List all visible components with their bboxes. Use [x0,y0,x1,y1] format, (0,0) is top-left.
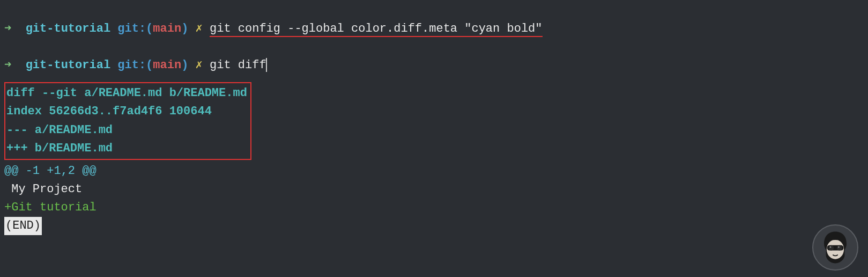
diff-meta-line: index 56266d3..f7ad4f6 100644 [6,103,247,121]
pager-end-marker: (END) [4,217,42,235]
svg-point-3 [837,245,842,251]
svg-point-2 [828,245,834,251]
prompt-branch: main [153,22,181,35]
command-1: git config --global color.diff.meta "cya… [210,22,543,37]
avatar-icon [817,229,854,266]
diff-meta-line: --- a/README.md [6,121,247,140]
prompt-git-label: git:( [110,22,153,35]
diff-hunk-header: @@ -1 +1,2 @@ [4,162,864,180]
prompt-dirty-icon: ✗ [188,22,210,35]
avatar-watermark [812,224,858,271]
pager-end-line: (END) [4,217,864,235]
diff-meta-line: diff --git a/README.md b/README.md [6,84,247,103]
text-cursor [266,58,267,72]
prompt-line-2[interactable]: ➜ git-tutorial git:(main) ✗ git diff [4,38,864,75]
prompt-git-close: ) [181,22,188,35]
prompt-directory: git-tutorial [26,59,110,72]
prompt-git-label: git:( [110,59,153,72]
prompt-git-close: ) [181,59,188,72]
command-2: git diff [210,59,266,72]
svg-point-4 [830,246,832,248]
prompt-arrow-icon: ➜ [4,59,26,72]
svg-point-5 [838,246,840,248]
diff-meta-line: +++ b/README.md [6,140,247,158]
diff-context-line: My Project [4,180,864,199]
prompt-dirty-icon: ✗ [188,59,210,72]
diff-added-line: +Git tutorial [4,199,864,217]
prompt-arrow-icon: ➜ [4,22,26,35]
prompt-branch: main [153,59,181,72]
prompt-line-1: ➜ git-tutorial git:(main) ✗ git config -… [4,2,864,38]
prompt-directory: git-tutorial [26,22,110,35]
diff-meta-highlight-box: diff --git a/README.md b/README.md index… [4,82,251,159]
